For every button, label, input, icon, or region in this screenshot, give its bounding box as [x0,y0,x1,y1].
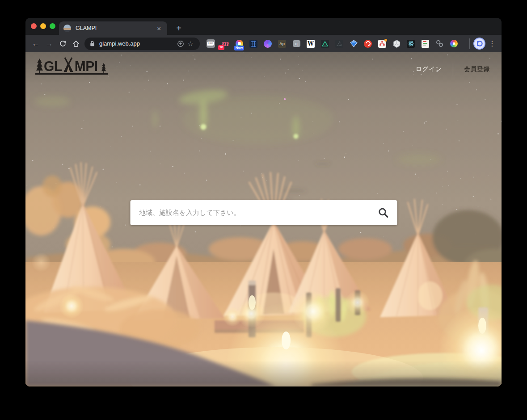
extension-ap-tool-icon[interactable]: Ap [278,39,287,48]
new-tab-button[interactable]: + [172,21,186,35]
red-circle-icon [364,40,372,48]
react-tile [407,40,415,48]
mountain-triangle-icon [322,41,328,46]
atom-icon [407,40,414,47]
milanote-badge: 10 [218,45,224,50]
extension-red-swirl-icon[interactable] [363,39,372,48]
home-icon [72,40,80,48]
browser-toolbar: ← → glampi.web.app [25,35,502,52]
browser-tab[interactable]: GLAMPI × [59,21,167,35]
minimize-window-button[interactable] [40,23,46,29]
tab-close-icon[interactable]: × [155,24,163,33]
extension-org-chart-icon[interactable] [378,39,387,48]
extension-react-atom-icon[interactable] [406,39,415,48]
triangle-tile [321,40,329,48]
hexagon-cube-icon [393,40,401,48]
extension-chat-bubble-icon[interactable]: q [292,39,301,48]
site-nav: ログイン 会員登録 [416,63,490,76]
notification-dot [384,39,387,42]
reload-icon [59,40,67,47]
recycle-icon [337,41,342,46]
gem-pin-icon [350,40,358,47]
extensions-bar: LINE m 10 New Ap q W [204,39,466,48]
url-text: glampi.web.app [99,40,176,47]
org-chart-glyph [379,41,385,46]
notes-tile [422,40,429,48]
extension-link-chain-icon[interactable] [435,39,444,48]
close-window-button[interactable] [31,23,37,29]
extension-blue-grid-app-icon[interactable] [249,39,258,48]
green-line [423,43,427,44]
extension-line-messenger-icon[interactable]: LINE [206,39,215,48]
circle-plus-icon [177,40,184,47]
extension-camera-ring-icon[interactable]: New [235,39,244,48]
pine-tree-left-icon [36,59,43,73]
home-button[interactable] [70,38,82,50]
pine-tree-right-icon [101,63,106,73]
color-wheel-glyph [450,40,458,47]
hero-section: GL MPI ログイン 会員登録 [25,52,502,386]
grid-icon [249,40,257,48]
tab-title: GLAMPI [76,25,155,31]
extension-notes-card-icon[interactable] [421,39,430,48]
tab-strip: GLAMPI × + [25,18,502,35]
site-logo[interactable]: GL MPI [35,57,108,75]
site-header: GL MPI ログイン 会員登録 [25,52,502,76]
profile-glyph-icon [476,40,483,47]
login-link[interactable]: ログイン [416,65,442,73]
extension-gray-cube-icon[interactable] [392,39,401,48]
back-button[interactable]: ← [30,38,42,50]
extension-purple-swirl-icon[interactable] [263,39,272,48]
chain-icon [436,40,443,47]
red-line [423,41,426,42]
swirl-icon [264,40,272,48]
extension-wikipedia-icon[interactable]: W [306,39,315,48]
logo-text-right: MPI [75,60,98,73]
line-bubble-icon: LINE [207,39,215,48]
extension-green-triangle-icon[interactable] [320,39,329,48]
tab-favicon-icon [63,25,71,32]
recycle-tile [335,40,343,48]
new-badge: New [234,46,244,50]
nav-separator [453,63,453,76]
lock-icon [89,40,96,47]
forward-button[interactable]: → [43,38,55,50]
gray-line [423,45,426,46]
toolbar-separator [469,38,470,49]
logo-text-left: GL [44,60,62,73]
zoom-window-button[interactable] [50,23,55,29]
bookmark-star-icon[interactable]: ☆ [186,39,195,49]
address-bar[interactable]: glampi.web.app ☆ [84,38,200,50]
line-label: LINE [207,42,214,46]
search-button[interactable] [377,207,389,218]
window-controls [31,23,55,29]
browser-window: GLAMPI × + ← → glampi.web.app [25,18,502,386]
search-icon [378,207,388,218]
extension-milanote-icon[interactable]: m 10 [220,39,229,48]
extension-recycle-dim-icon[interactable] [335,39,344,48]
teepee-logo-icon [62,57,75,73]
profile-avatar[interactable] [473,38,485,50]
org-chart-tile [378,40,386,48]
bubble-icon: q [293,40,300,47]
wikipedia-w-glyph: W [307,40,315,48]
signup-link[interactable]: 会員登録 [464,65,490,73]
search-card [130,200,397,225]
zoom-page-button[interactable] [176,39,186,49]
extension-blue-gem-pin-icon[interactable] [349,39,358,48]
extension-color-wheel-icon[interactable] [449,39,458,48]
reload-button[interactable] [57,38,68,50]
ap-glyph: Ap [278,40,286,48]
search-input[interactable] [138,206,371,220]
browser-menu-button[interactable]: ⋮ [487,39,497,48]
